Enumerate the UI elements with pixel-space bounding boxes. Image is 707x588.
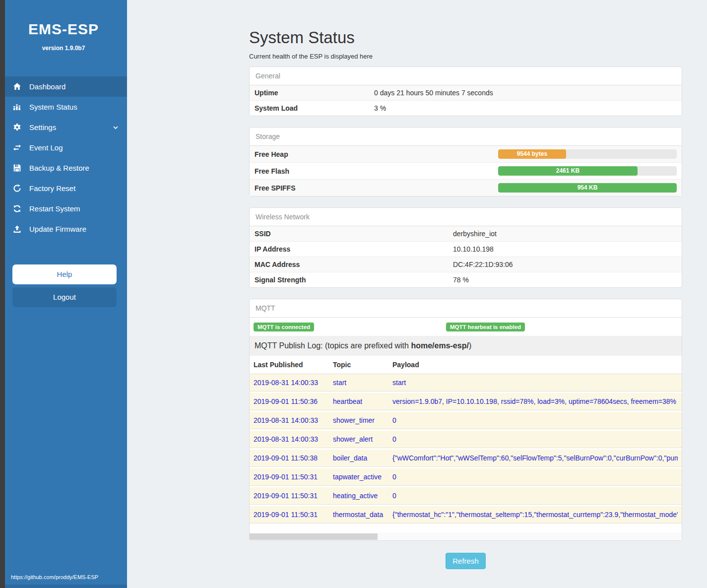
- row-label: IP Address: [255, 245, 453, 253]
- log-last-published: 2019-08-31 14:00:33: [254, 379, 333, 387]
- table-row: Uptime0 days 21 hours 50 minutes 7 secon…: [250, 85, 682, 100]
- sidebar-bottom-strip: [0, 585, 127, 588]
- log-payload: {"wWComfort":"Hot","wWSelTemp":60,"selFl…: [392, 454, 678, 462]
- log-topic: shower_timer: [333, 416, 392, 424]
- table-row: MAC AddressDC:4F:22:1D:93:06: [250, 257, 682, 272]
- sidebar-item-label: Update Firmware: [29, 225, 86, 233]
- row-value: derbyshire_iot: [453, 230, 497, 238]
- save-icon: [13, 164, 21, 172]
- column-header-last-published: Last Published: [254, 361, 333, 369]
- main-area: System Status Current health of the ESP …: [127, 0, 707, 588]
- sidebar-item-settings[interactable]: Settings: [0, 117, 127, 137]
- sidebar: EMS-ESP version 1.9.0b7 DashboardSystem …: [0, 0, 127, 588]
- row-label: MAC Address: [255, 261, 453, 268]
- row-label: Free Flash: [255, 167, 498, 175]
- row-value: DC:4F:22:1D:93:06: [453, 261, 513, 268]
- log-last-published: 2019-09-01 11:50:31: [254, 511, 333, 519]
- log-payload: 0: [392, 492, 678, 500]
- column-header-topic: Topic: [333, 361, 392, 369]
- sidebar-item-dashboard[interactable]: Dashboard: [0, 76, 127, 97]
- logout-button[interactable]: Logout: [12, 287, 117, 307]
- page-title: System Status: [249, 0, 682, 47]
- sidebar-item-label: System Status: [29, 103, 77, 111]
- mqtt-badge-row: MQTT is connectedMQTT hearbeat is enable…: [250, 318, 682, 336]
- log-payload: {"thermostat_hc":"1","thermostat_seltemp…: [392, 511, 678, 519]
- general-panel-title: General: [250, 67, 682, 85]
- mqtt-log-heading-topic-prefix: home/ems-esp/: [411, 341, 468, 350]
- row-label: System Load: [255, 104, 374, 112]
- exchange-icon: [13, 143, 21, 152]
- log-topic: thermostat_data: [333, 511, 392, 519]
- sidebar-item-system-status[interactable]: System Status: [0, 97, 127, 117]
- table-row: IP Address10.10.10.198: [250, 241, 682, 257]
- home-icon: [13, 82, 21, 91]
- reset-icon: [13, 184, 21, 193]
- sidebar-item-backup-restore[interactable]: Backup & Restore: [0, 158, 127, 178]
- app-version: version 1.9.0b7: [0, 45, 127, 52]
- row-label: Uptime: [255, 89, 374, 97]
- table-row: SSIDderbyshire_iot: [250, 226, 682, 241]
- row-value: 78 %: [453, 276, 469, 284]
- progress-bar: 2461 KB: [498, 166, 677, 176]
- status-badge-mqtt-is-connected: MQTT is connected: [254, 323, 314, 331]
- progress-fill: 9544 bytes: [498, 149, 566, 159]
- wireless-panel: Wireless Network SSIDderbyshire_iotIP Ad…: [249, 207, 682, 288]
- mqtt-panel-title: MQTT: [250, 299, 682, 318]
- sidebar-item-update-firmware[interactable]: Update Firmware: [0, 219, 127, 239]
- help-button[interactable]: Help: [12, 264, 117, 284]
- log-last-published: 2019-09-01 11:50:38: [254, 454, 333, 462]
- refresh-button[interactable]: Refresh: [446, 553, 486, 569]
- mqtt-log-row: 2019-09-01 11:50:36heartbeatversion=1.9.…: [250, 393, 682, 410]
- log-payload: 0: [392, 473, 678, 481]
- mqtt-log-row: 2019-08-31 14:00:33startstart: [250, 374, 682, 392]
- sidebar-nav: DashboardSystem StatusSettingsEvent LogB…: [0, 76, 127, 239]
- sidebar-item-label: Settings: [29, 123, 56, 131]
- status-badge-mqtt-hearbeat-is-enabled: MQTT hearbeat is enabled: [446, 323, 525, 331]
- progress-bar: 9544 bytes: [498, 149, 677, 159]
- log-last-published: 2019-09-01 11:50:36: [254, 397, 333, 405]
- log-payload: start: [392, 379, 678, 387]
- row-value: 3 %: [374, 104, 386, 112]
- log-topic: tapwater_active: [333, 473, 392, 481]
- table-row: System Load3 %: [250, 100, 682, 116]
- chevron-down-icon: [112, 124, 119, 131]
- storage-panel: Storage Free Heap9544 bytesFree Flash246…: [249, 127, 682, 196]
- sidebar-item-event-log[interactable]: Event Log: [0, 137, 127, 158]
- general-panel: General Uptime0 days 21 hours 50 minutes…: [249, 66, 682, 116]
- app-brand: EMS-ESP: [0, 21, 127, 38]
- github-link[interactable]: https://github.com/proddy/EMS-ESP: [11, 574, 98, 580]
- mqtt-log-heading-suffix: ): [469, 341, 471, 350]
- log-topic: heartbeat: [333, 397, 392, 405]
- log-spacer: [250, 525, 682, 533]
- log-topic: heating_active: [333, 492, 392, 500]
- progress-fill: 2461 KB: [498, 166, 638, 176]
- row-label: SSID: [255, 230, 453, 238]
- horizontal-scrollbar-thumb[interactable]: [250, 533, 378, 540]
- log-payload: version=1.9.0b7, IP=10.10.10.198, rssid=…: [392, 397, 678, 405]
- mqtt-log-row: 2019-08-31 14:00:33shower_alert0: [250, 431, 682, 448]
- log-last-published: 2019-09-01 11:50:31: [254, 473, 333, 481]
- progress-fill: 954 KB: [498, 183, 677, 193]
- row-label: Free SPIFFS: [255, 184, 498, 192]
- table-row: Free SPIFFS954 KB: [250, 179, 682, 196]
- mqtt-log-heading-prefix: MQTT Publish Log: (topics are prefixed w…: [255, 341, 411, 350]
- mqtt-panel: MQTT MQTT is connectedMQTT hearbeat is e…: [249, 299, 682, 541]
- row-value: 10.10.10.198: [453, 245, 494, 253]
- progress-label: 954 KB: [578, 184, 598, 191]
- progress-label: 2461 KB: [556, 167, 579, 174]
- sidebar-item-factory-reset[interactable]: Factory Reset: [0, 178, 127, 198]
- log-last-published: 2019-08-31 14:00:33: [254, 435, 333, 443]
- row-label: Free Heap: [255, 150, 498, 158]
- table-row: Free Flash2461 KB: [250, 162, 682, 179]
- status-icon: [13, 103, 21, 111]
- log-topic: boiler_data: [333, 454, 392, 462]
- row-value: 0 days 21 hours 50 minutes 7 seconds: [374, 89, 493, 97]
- horizontal-scrollbar[interactable]: [250, 533, 682, 540]
- sidebar-item-restart-system[interactable]: Restart System: [0, 198, 127, 219]
- mqtt-log-row: 2019-09-01 11:50:31thermostat_data{"ther…: [250, 506, 682, 523]
- mqtt-log-row: 2019-08-31 14:00:33shower_timer0: [250, 412, 682, 429]
- mqtt-log-row: 2019-09-01 11:50:38boiler_data{"wWComfor…: [250, 450, 682, 467]
- mqtt-log-row: 2019-09-01 11:50:31heating_active0: [250, 487, 682, 505]
- page-subtitle: Current health of the ESP is displayed h…: [249, 53, 682, 60]
- row-label: Signal Strength: [255, 276, 453, 284]
